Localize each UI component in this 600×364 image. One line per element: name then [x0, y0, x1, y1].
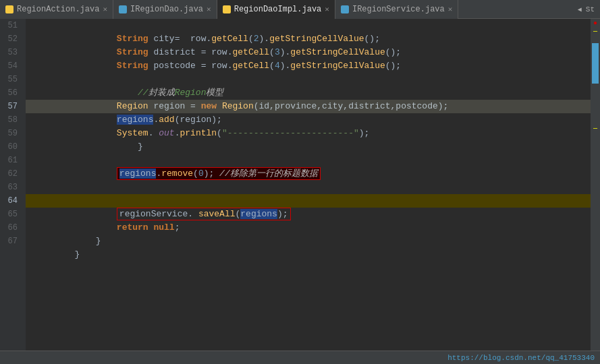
line-num-54: 54 [0, 59, 22, 73]
line-num-56: 56 [0, 86, 22, 100]
line-num-67: 67 [0, 235, 22, 248]
line-num-51: 51 [0, 19, 22, 32]
line-num-66: 66 [0, 221, 22, 235]
code-line-53: String postcode = row.getCell(4).getStri… [26, 46, 591, 59]
close-icon[interactable]: ✕ [103, 5, 107, 13]
code-line-59: } [26, 127, 591, 140]
interface-icon [119, 5, 127, 13]
code-line-64: regionService. saveAll(regions); [26, 194, 591, 208]
code-line-62 [26, 167, 591, 181]
warning-indicator-2: — [593, 125, 597, 132]
scroll-thumb[interactable] [592, 43, 599, 84]
line-num-59: 59 [0, 127, 22, 140]
line-num-53: 53 [0, 46, 22, 59]
close-icon[interactable]: ✕ [207, 5, 211, 13]
code-editor[interactable]: String city= row.getCell(2).getStringCel… [26, 19, 591, 364]
tab-label: IRegionDao.java [130, 5, 203, 14]
code-line-58: System. out.println("-------------------… [26, 113, 591, 127]
tab-regionaction[interactable]: RegionAction.java ✕ [0, 0, 113, 19]
error-indicator: ● [593, 20, 597, 27]
ide-window: RegionAction.java ✕ IRegionDao.java ✕ Re… [0, 0, 600, 364]
line-num-58: 58 [0, 113, 22, 127]
code-line-63: //调用service [26, 181, 591, 194]
code-line-60 [26, 140, 591, 154]
code-line-54 [26, 59, 591, 73]
bottom-bar: https://blog.csdn.net/qq_41753340 [0, 351, 600, 364]
java-icon [5, 5, 13, 13]
code-line-56: Region region = new Region(id,province,c… [26, 86, 591, 100]
code-line-51: String city= row.getCell(2).getStringCel… [26, 19, 591, 32]
line-num-63: 63 [0, 181, 22, 194]
line-numbers: 51 52 53 54 55 56 57 58 59 60 61 62 63 6… [0, 19, 26, 364]
tab-iregiondao[interactable]: IRegionDao.java ✕ [113, 0, 217, 19]
interface-icon [341, 5, 349, 13]
line-num-55: 55 [0, 73, 22, 86]
code-line-65: return null; [26, 208, 591, 221]
code-line-55: //封装成Region模型 [26, 73, 591, 86]
tab-extra: ◀ St [578, 5, 600, 13]
code-line-66: } [26, 221, 591, 235]
tab-label: RegionAction.java [17, 5, 99, 14]
warning-indicator: — [593, 28, 597, 35]
line-num-61: 61 [0, 154, 22, 167]
scrollbar[interactable]: ● — — [591, 19, 600, 364]
line-num-65: 65 [0, 208, 22, 221]
close-icon[interactable]: ✕ [325, 5, 329, 13]
tab-label: RegionDaoImpl.java [234, 5, 322, 14]
close-icon[interactable]: ✕ [448, 5, 453, 13]
code-container: 51 52 53 54 55 56 57 58 59 60 61 62 63 6… [0, 19, 600, 364]
scroll-left-icon[interactable]: ◀ [578, 5, 582, 13]
tab-bar: RegionAction.java ✕ IRegionDao.java ✕ Re… [0, 0, 600, 19]
code-line-61: regions.remove(0); //移除第一行的标题数据 [26, 154, 591, 167]
code-line-67: } [26, 235, 591, 248]
tab-label: IRegionService.java [352, 5, 445, 14]
line-num-52: 52 [0, 32, 22, 46]
tab-iregionservice[interactable]: IRegionService.java ✕ [335, 0, 458, 19]
code-line-57: regions.add(region); [26, 100, 591, 113]
line-num-60: 60 [0, 140, 22, 154]
line-num-57: 57 [0, 100, 22, 113]
line-num-64: 64 [0, 194, 22, 208]
java-icon [223, 5, 231, 13]
tab-regiondaoimpl[interactable]: RegionDaoImpl.java ✕ [217, 0, 335, 19]
line-num-62: 62 [0, 167, 22, 181]
tab-extra-label: St [586, 5, 595, 13]
blog-url[interactable]: https://blog.csdn.net/qq_41753340 [447, 354, 595, 362]
code-line-52: String district = row.getCell(3).getStri… [26, 32, 591, 46]
